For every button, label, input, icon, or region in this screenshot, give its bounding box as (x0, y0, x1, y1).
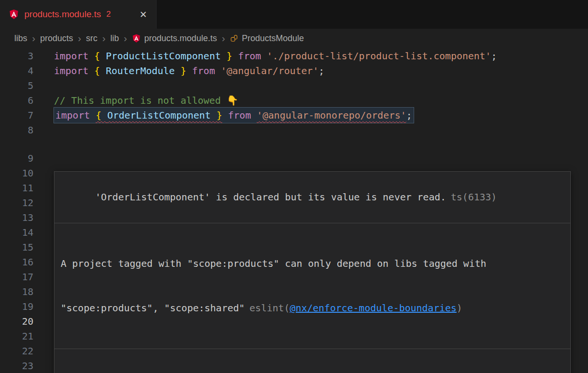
diagnostic-source: ts(6133) (451, 191, 497, 203)
code-line-6[interactable]: 6// This import is not allowed 👇 (0, 93, 588, 108)
eslint-rule-link[interactable]: @nx/enforce-module-boundaries (290, 302, 457, 314)
line-number[interactable]: 13 (0, 210, 33, 225)
line-number[interactable]: 12 (0, 196, 33, 210)
tab-title: products.module.ts (24, 9, 101, 20)
code-editor[interactable]: 3import { ProductListComponent } from '.… (0, 48, 588, 373)
code-line-5[interactable]: 5 (0, 78, 588, 93)
diagnostic-text: 'OrderListComponent' is declared but its… (95, 191, 446, 203)
code-line-9[interactable]: 9 (0, 151, 588, 166)
chevron-right-icon: › (78, 34, 81, 43)
line-number[interactable]: 7 (0, 108, 33, 123)
line-number[interactable]: 8 (0, 123, 33, 138)
line-number[interactable]: 14 (0, 225, 33, 240)
breadcrumb-symbol[interactable]: ProductsModule (242, 33, 304, 44)
code-content (33, 166, 54, 181)
code-content (33, 181, 54, 196)
angular-icon (132, 34, 141, 43)
line-number[interactable]: 9 (0, 151, 33, 166)
problem-hover-popup: 'OrderListComponent' is declared but its… (54, 171, 571, 373)
line-number[interactable]: 17 (0, 270, 33, 285)
breadcrumb: libs › products › src › lib › products.m… (0, 29, 588, 48)
code-line-8[interactable]: 8 (0, 123, 588, 138)
line-number[interactable]: 11 (0, 181, 33, 196)
module-path-block: module "/Users/isaac/Documents/code/nx-r… (54, 349, 570, 373)
code-content: import { ProductListComponent } from './… (33, 49, 497, 64)
breadcrumb-file[interactable]: products.module.ts (144, 33, 217, 44)
code-content (33, 225, 54, 240)
tab-bar: products.module.ts 2 ✕ (0, 0, 588, 29)
breadcrumb-lib[interactable]: lib (110, 33, 119, 44)
breadcrumb-products[interactable]: products (40, 33, 73, 44)
code-content (33, 359, 54, 373)
chevron-right-icon: › (102, 34, 106, 43)
line-number[interactable]: 22 (0, 344, 33, 359)
diagnostic-source-prefix: eslint( (249, 302, 289, 314)
line-number[interactable]: 16 (0, 255, 33, 270)
line-number[interactable]: 5 (0, 78, 33, 93)
ts-diagnostic-message: 'OrderListComponent' is declared but its… (54, 172, 570, 223)
line-number[interactable]: 10 (0, 166, 33, 181)
line-number[interactable]: 15 (0, 240, 33, 255)
code-content: import { OrderListComponent } from '@ang… (33, 108, 414, 123)
line-number[interactable]: 23 (0, 359, 33, 373)
breadcrumb-libs[interactable]: libs (14, 33, 27, 44)
code-content (33, 151, 54, 166)
angular-icon (9, 9, 19, 20)
code-line-3[interactable]: 3import { ProductListComponent } from '.… (0, 49, 588, 64)
line-number[interactable]: 3 (0, 49, 33, 64)
code-content (33, 196, 54, 210)
code-content (33, 78, 54, 93)
breadcrumb-src[interactable]: src (86, 33, 97, 44)
error-range-highlight: import { OrderListComponent } from '@ang… (54, 108, 414, 123)
code-content: import { RouterModule } from '@angular/r… (33, 64, 324, 78)
diagnostic-text-line2: "scope:products", "scope:shared" (61, 302, 245, 314)
code-content: // This import is not allowed 👇 (33, 93, 238, 108)
line-number[interactable]: 4 (0, 64, 33, 78)
line-number[interactable]: 18 (0, 285, 33, 299)
close-icon[interactable]: ✕ (137, 8, 150, 21)
line-number[interactable]: 20 (0, 314, 33, 329)
code-line-7[interactable]: 7import { OrderListComponent } from '@an… (0, 108, 588, 123)
line-number[interactable]: 19 (0, 299, 33, 314)
code-content (33, 210, 54, 225)
tab-problem-count-badge: 2 (107, 10, 111, 19)
line-number[interactable]: 6 (0, 93, 33, 108)
diagnostic-text-line1: A project tagged with "scope:products" c… (61, 258, 486, 269)
line-number[interactable]: 21 (0, 329, 33, 344)
chevron-right-icon: › (124, 34, 127, 43)
eslint-diagnostic-message: A project tagged with "scope:products" c… (54, 223, 570, 349)
diagnostic-source-suffix: ) (457, 302, 462, 314)
chevron-right-icon: › (32, 34, 35, 43)
tab-products-module-ts[interactable]: products.module.ts 2 ✕ (0, 0, 157, 29)
symbol-class-icon (230, 34, 238, 43)
code-content (33, 123, 54, 138)
code-line-4[interactable]: 4import { RouterModule } from '@angular/… (0, 64, 588, 78)
chevron-right-icon: › (222, 34, 225, 43)
